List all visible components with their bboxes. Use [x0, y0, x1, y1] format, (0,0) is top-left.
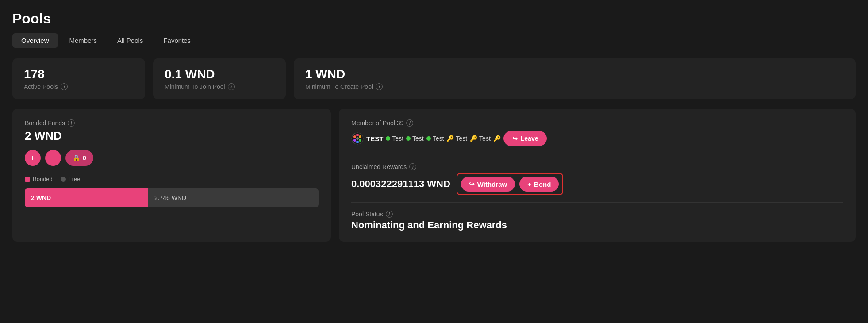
validator-6: 🔑 — [493, 135, 501, 142]
tab-favorites[interactable]: Favorites — [154, 33, 200, 48]
bond-rewards-button[interactable]: + Bond — [519, 177, 559, 192]
main-row: Bonded Funds i 2 WND + − 🔒 0 Bonded Free — [12, 109, 856, 242]
bonded-funds-label: Bonded Funds i — [25, 119, 319, 127]
pool-name: TEST — [366, 135, 383, 142]
svg-point-1 — [356, 134, 359, 136]
pool-status-value: Nominating and Earning Rewards — [351, 219, 843, 231]
min-join-info-icon[interactable]: i — [228, 83, 235, 90]
svg-point-7 — [356, 137, 359, 140]
unclaimed-info-icon[interactable]: i — [409, 163, 416, 170]
bond-plus-icon: + — [527, 181, 531, 188]
validator-5: 🔑 Test — [470, 135, 491, 142]
withdraw-arrow-icon: ↪ — [469, 180, 475, 188]
pool-header: Member of Pool 39 i — [351, 119, 843, 127]
bonded-funds-panel: Bonded Funds i 2 WND + − 🔒 0 Bonded Free — [12, 109, 331, 242]
svg-point-5 — [353, 139, 356, 142]
tabs-bar: Overview Members All Pools Favorites — [12, 33, 856, 48]
pool-membership-panel: Member of Pool 39 i TEST Test — [339, 109, 856, 242]
pool-status-section: Pool Status i Nominating and Earning Rew… — [351, 211, 843, 231]
validator-2: Test — [406, 135, 424, 142]
stat-min-create: 1 WND Minimum To Create Pool i — [294, 58, 856, 99]
validator-1: Test — [386, 135, 403, 142]
add-bond-button[interactable]: + — [25, 150, 41, 166]
tab-overview[interactable]: Overview — [12, 33, 58, 48]
key-icon-1: 🔑 — [446, 135, 454, 142]
bonded-dot — [25, 177, 30, 182]
min-create-info-icon[interactable]: i — [376, 83, 383, 90]
legend-row: Bonded Free — [25, 176, 319, 182]
bond-bar: 2 WND 2.746 WND — [25, 188, 319, 207]
leave-button[interactable]: ↪ Leave — [503, 131, 547, 146]
action-buttons: + − 🔒 0 — [25, 150, 319, 166]
lock-icon: 🔒 — [73, 154, 80, 162]
stat-min-join: 0.1 WND Minimum To Join Pool i — [153, 58, 286, 99]
svg-point-4 — [356, 141, 359, 143]
legend-bonded: Bonded — [25, 176, 53, 182]
pool-status-info-icon[interactable]: i — [386, 211, 393, 218]
tab-members[interactable]: Members — [61, 33, 106, 48]
active-pools-label: Active Pools i — [24, 83, 134, 90]
pool-title-info-icon[interactable]: i — [406, 119, 413, 127]
active-pools-info-icon[interactable]: i — [61, 83, 68, 90]
pool-identity-row: TEST Test Test Test 🔑 Test 🔑 Test — [351, 131, 843, 146]
legend-free: Free — [61, 176, 81, 182]
green-dot-3 — [426, 136, 431, 141]
unclaimed-amount: 0.000322291113 WND — [351, 178, 450, 190]
bonded-amount: 2 WND — [25, 129, 319, 143]
pool-identity-icon — [351, 132, 364, 145]
free-dot — [61, 177, 66, 182]
tab-all-pools[interactable]: All Pools — [108, 33, 152, 48]
stat-active-pools: 178 Active Pools i — [12, 58, 145, 99]
min-create-number: 1 WND — [305, 67, 844, 81]
unclaimed-row: 0.000322291113 WND ↪ Withdraw + Bond — [351, 173, 843, 195]
leave-arrow-icon: ↪ — [512, 135, 518, 142]
key-icon-3: 🔑 — [493, 135, 501, 142]
min-create-label: Minimum To Create Pool i — [305, 83, 844, 90]
remove-bond-button[interactable]: − — [45, 150, 61, 166]
unclaimed-rewards-label: Unclaimed Rewards i — [351, 163, 843, 170]
locked-button[interactable]: 🔒 0 — [65, 150, 93, 166]
bar-free-section: 2.746 WND — [148, 188, 319, 207]
withdraw-button[interactable]: ↪ Withdraw — [461, 177, 515, 192]
svg-point-6 — [353, 135, 356, 138]
page-title: Pools — [12, 11, 856, 27]
svg-point-3 — [359, 139, 361, 142]
active-pools-number: 178 — [24, 67, 134, 81]
svg-point-2 — [359, 135, 361, 138]
validator-4: 🔑 Test — [446, 135, 467, 142]
green-dot-1 — [386, 136, 390, 141]
divider-1 — [351, 156, 843, 156]
pool-status-label: Pool Status i — [351, 211, 843, 218]
min-join-label: Minimum To Join Pool i — [165, 83, 274, 90]
reward-buttons-group: ↪ Withdraw + Bond — [457, 173, 563, 195]
validator-3: Test — [426, 135, 444, 142]
divider-2 — [351, 202, 843, 203]
green-dot-2 — [406, 136, 411, 141]
pool-title: Member of Pool 39 i — [351, 119, 413, 127]
bonded-funds-info-icon[interactable]: i — [68, 119, 75, 127]
stats-row: 178 Active Pools i 0.1 WND Minimum To Jo… — [12, 58, 856, 99]
key-icon-2: 🔑 — [470, 135, 477, 142]
min-join-number: 0.1 WND — [165, 67, 274, 81]
unclaimed-section: Unclaimed Rewards i 0.000322291113 WND ↪… — [351, 163, 843, 195]
bar-bonded-section: 2 WND — [25, 188, 148, 207]
